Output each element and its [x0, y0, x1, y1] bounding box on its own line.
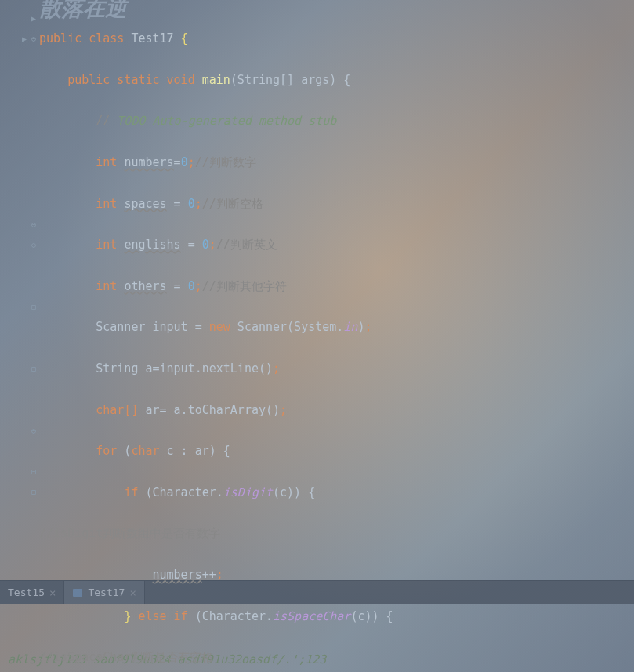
paren: ( [138, 485, 152, 499]
keyword: new [209, 320, 230, 334]
semi: ; [216, 568, 223, 582]
keyword-class: class [89, 31, 124, 45]
gutter-fold-icon[interactable]: ⊟ [0, 482, 39, 503]
keyword: char [131, 444, 159, 458]
keyword: int [96, 279, 117, 293]
op: ++ [202, 568, 216, 582]
code: Scanner(System. [230, 320, 344, 334]
op: = [181, 238, 202, 252]
var: spaces [124, 197, 166, 211]
semi: ; [280, 403, 287, 417]
class: Character. [202, 609, 273, 623]
brace: { [343, 73, 350, 87]
var: englishs [124, 238, 180, 252]
keyword: int [96, 238, 117, 252]
brackets: [] [124, 403, 138, 417]
number: 0 [188, 197, 195, 211]
brace: { [301, 485, 315, 499]
semi: ; [273, 361, 280, 376]
code: String a=input.nextLine() [96, 361, 273, 376]
gutter-fold-icon[interactable]: ⊖ [0, 214, 39, 234]
op: = [167, 197, 188, 211]
editor-gutter: ▶ ▶ ⊖ ⊖ ⊖ ⊟ ⊟ ⊖ ⊟ ⊟ [0, 0, 39, 580]
semi: ; [195, 197, 202, 211]
brace: { [379, 609, 393, 623]
semi: ; [195, 279, 202, 293]
keyword: int [96, 197, 117, 211]
keyword: public [67, 73, 110, 87]
number: 0 [202, 238, 209, 252]
brace: { [181, 31, 188, 45]
class-name: Test17 [131, 31, 173, 45]
comment: //判断英文 [216, 238, 277, 252]
comment: // [96, 114, 110, 128]
method: isSpaceChar [273, 609, 350, 623]
todo-comment: TODO Auto-generated method stub [110, 114, 336, 128]
gutter-run-icon[interactable]: ▶ [0, 8, 39, 28]
class: Character. [153, 485, 223, 499]
brace: { [216, 444, 230, 458]
keyword: void [167, 73, 195, 87]
field: in [343, 320, 357, 334]
code: ar= a.toCharArray() [138, 403, 280, 417]
comment: //isSpaceChar判断是否有空格 [39, 650, 213, 664]
keyword-public: public [39, 31, 82, 45]
semi: ; [188, 155, 195, 169]
keyword: int [96, 155, 117, 169]
gutter-run-icon[interactable]: ▶ ⊖ [0, 28, 39, 49]
comment: //判断空格 [202, 197, 263, 211]
gutter-fold-icon[interactable]: ⊖ [0, 420, 39, 441]
code-content[interactable]: public class Test17 { public static void… [39, 0, 634, 580]
keyword: if [174, 609, 188, 623]
paren: )) [364, 609, 379, 623]
code: c : ar [160, 444, 209, 458]
var: c [280, 485, 287, 499]
keyword: char [96, 403, 124, 417]
code-editor[interactable]: ▶ ▶ ⊖ ⊖ ⊖ ⊟ ⊟ ⊖ ⊟ ⊟ public class Test17 … [0, 0, 634, 580]
comment: //isDigit判断数组中是否有数字 [39, 526, 220, 540]
semi: ; [364, 320, 371, 334]
number: 0 [181, 155, 188, 169]
paren: ( [188, 609, 202, 623]
number: 0 [188, 279, 195, 293]
code: Scanner input = [96, 320, 209, 334]
method: isDigit [223, 485, 273, 499]
op: = [167, 279, 188, 293]
keyword: else [131, 609, 173, 623]
comment: //判断其他字符 [202, 279, 287, 293]
params: (String[] args) [230, 73, 336, 87]
var: numbers [124, 155, 173, 169]
paren: ( [117, 444, 131, 458]
keyword: static [117, 73, 159, 87]
var: numbers [153, 568, 202, 582]
var: others [124, 279, 166, 293]
paren: ( [273, 485, 280, 499]
keyword: for [96, 444, 117, 458]
op: = [174, 155, 181, 169]
gutter-fold-icon[interactable]: ⊟ [0, 462, 39, 482]
paren: )) [287, 485, 301, 499]
comment: //判断数字 [195, 155, 256, 169]
semi: ; [209, 238, 216, 252]
keyword: if [124, 485, 138, 499]
paren: ) [209, 444, 216, 458]
gutter-fold-icon[interactable]: ⊖ [0, 234, 39, 255]
method-name: main [202, 73, 230, 87]
gutter-fold-icon[interactable]: ⊟ [0, 358, 39, 379]
gutter-fold-icon[interactable]: ⊟ [0, 296, 39, 317]
